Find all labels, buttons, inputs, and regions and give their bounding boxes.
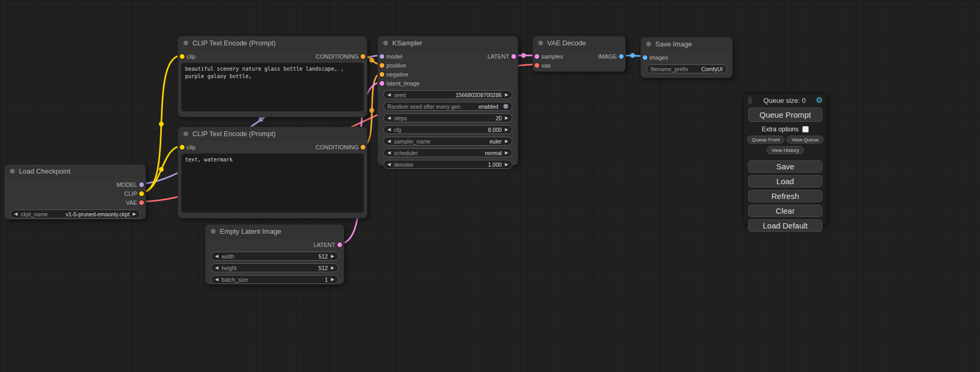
input-port-clip[interactable]: [180, 54, 185, 59]
denoise-widget[interactable]: ◀ denoise 1.000 ▶: [383, 160, 512, 169]
increment-arrow-icon[interactable]: ▶: [505, 139, 508, 144]
filename-prefix-widget[interactable]: filename_prefix ComfyUI: [646, 64, 727, 73]
decrement-arrow-icon[interactable]: ◀: [387, 163, 391, 167]
toggle-on-indicator[interactable]: [503, 104, 508, 109]
queue-size-label: Queue size: 0: [755, 97, 814, 104]
decrement-arrow-icon[interactable]: ◀: [387, 128, 391, 132]
view-history-button[interactable]: View History: [766, 146, 804, 154]
node-collapse-dot[interactable]: [183, 131, 188, 136]
refresh-button[interactable]: Refresh: [748, 190, 822, 202]
node-title-bar[interactable]: Empty Latent Image: [206, 225, 344, 238]
increment-arrow-icon[interactable]: ▶: [331, 266, 334, 270]
output-port-vae[interactable]: [139, 200, 144, 205]
settings-gear-icon[interactable]: ⚙: [816, 96, 823, 105]
node-title-bar[interactable]: KSampler: [378, 36, 518, 50]
input-port-model[interactable]: [380, 54, 384, 59]
steps-widget[interactable]: ◀ steps 20 ▶: [383, 113, 512, 122]
node-ksampler[interactable]: KSampler model LATENT positive negative …: [377, 36, 518, 166]
decrement-arrow-icon[interactable]: ◀: [387, 151, 391, 155]
node-title-bar[interactable]: Save Image: [641, 37, 732, 51]
input-port-positive[interactable]: [380, 63, 384, 68]
output-port-clip[interactable]: [139, 191, 144, 196]
node-collapse-dot[interactable]: [383, 41, 388, 45]
decrement-arrow-icon[interactable]: ◀: [14, 212, 17, 216]
prompt-textarea[interactable]: text, watermark: [181, 154, 364, 213]
queue-front-button[interactable]: Queue Front: [747, 136, 784, 144]
increment-arrow-icon[interactable]: ▶: [505, 93, 508, 97]
clear-button[interactable]: Clear: [748, 205, 822, 217]
node-body: images filename_prefix ComfyUI: [641, 51, 732, 73]
cfg-widget[interactable]: ◀ cfg 8.000 ▶: [383, 125, 512, 134]
output-label-conditioning: CONDITIONING: [316, 53, 358, 60]
node-title-bar[interactable]: Load Checkpoint: [5, 165, 145, 178]
input-port-samples[interactable]: [535, 54, 539, 59]
input-port-negative[interactable]: [380, 72, 384, 77]
scheduler-widget[interactable]: ◀ scheduler normal ▶: [383, 148, 512, 157]
height-widget[interactable]: ◀ height 512 ▶: [211, 263, 338, 272]
increment-arrow-icon[interactable]: ▶: [331, 278, 334, 282]
input-port-latent-image[interactable]: [380, 81, 384, 85]
queue-prompt-button[interactable]: Queue Prompt: [748, 108, 822, 122]
node-title-bar[interactable]: CLIP Text Encode (Prompt): [178, 127, 367, 140]
input-port-vae[interactable]: [535, 63, 539, 68]
output-port-model[interactable]: [139, 182, 144, 187]
output-port-conditioning[interactable]: [361, 54, 365, 59]
node-load-checkpoint[interactable]: Load Checkpoint MODEL CLIP VAE ◀ ckpt_na…: [4, 164, 146, 220]
extra-options-checkbox[interactable]: [802, 126, 809, 132]
ckpt-name-widget[interactable]: ◀ ckpt_name v1-5-pruned-emaonly.ckpt ▶: [10, 209, 140, 218]
node-title-bar[interactable]: VAE Decode: [533, 36, 625, 50]
output-port-latent[interactable]: [511, 54, 516, 59]
load-default-button[interactable]: Load Default: [748, 220, 822, 232]
node-clip-text-encode-positive[interactable]: CLIP Text Encode (Prompt) clip CONDITION…: [178, 36, 367, 117]
decrement-arrow-icon[interactable]: ◀: [387, 139, 391, 144]
decrement-arrow-icon[interactable]: ◀: [215, 254, 218, 259]
decrement-arrow-icon[interactable]: ◀: [387, 93, 391, 97]
graph-canvas[interactable]: Load Checkpoint MODEL CLIP VAE ◀ ckpt_na…: [0, 0, 980, 372]
input-port-clip[interactable]: [180, 145, 185, 149]
drag-handle-icon[interactable]: ⣿: [748, 97, 752, 104]
node-collapse-dot[interactable]: [211, 229, 216, 234]
seed-widget[interactable]: ◀ seed 156680208700286 ▶: [383, 90, 512, 99]
history-button-row: View History: [744, 146, 827, 154]
node-save-image[interactable]: Save Image images filename_prefix ComfyU…: [641, 37, 733, 78]
node-body: model LATENT positive negative latent_im…: [378, 50, 518, 169]
view-queue-button[interactable]: View Queue: [787, 136, 823, 144]
width-widget[interactable]: ◀ width 512 ▶: [211, 252, 338, 261]
node-collapse-dot[interactable]: [10, 169, 15, 174]
increment-arrow-icon[interactable]: ▶: [505, 163, 508, 167]
random-seed-toggle[interactable]: Random seed after every gen enabled: [383, 102, 512, 111]
output-port-image[interactable]: [619, 54, 624, 59]
node-title-bar[interactable]: CLIP Text Encode (Prompt): [178, 36, 367, 50]
output-label-model: MODEL: [117, 182, 137, 188]
output-label-latent: LATENT: [488, 53, 509, 60]
input-port-images[interactable]: [643, 55, 647, 60]
sampler-name-widget[interactable]: ◀ sampler_name euler ▶: [383, 137, 512, 146]
node-clip-text-encode-negative[interactable]: CLIP Text Encode (Prompt) clip CONDITION…: [178, 127, 367, 218]
increment-arrow-icon[interactable]: ▶: [505, 151, 508, 155]
increment-arrow-icon[interactable]: ▶: [505, 116, 508, 120]
decrement-arrow-icon[interactable]: ◀: [215, 278, 218, 282]
node-collapse-dot[interactable]: [538, 41, 543, 45]
spacer: [744, 154, 827, 158]
batch-size-widget[interactable]: ◀ batch_size 1 ▶: [211, 275, 338, 284]
load-button[interactable]: Load: [748, 175, 822, 187]
save-button[interactable]: Save: [748, 160, 822, 173]
node-vae-decode[interactable]: VAE Decode samples IMAGE vae: [532, 36, 626, 72]
node-title: VAE Decode: [547, 39, 586, 47]
decrement-arrow-icon[interactable]: ◀: [387, 116, 391, 120]
node-collapse-dot[interactable]: [646, 42, 651, 46]
input-label-images: images: [649, 54, 668, 61]
increment-arrow-icon[interactable]: ▶: [133, 212, 136, 216]
node-empty-latent-image[interactable]: Empty Latent Image LATENT ◀ width 512 ▶ …: [205, 224, 344, 284]
widget-label: sampler_name: [394, 138, 430, 145]
output-port-latent[interactable]: [337, 242, 342, 247]
wire-midpoint-dot: [159, 167, 164, 172]
increment-arrow-icon[interactable]: ▶: [331, 254, 334, 259]
prompt-textarea[interactable]: beautiful scenery nature glass bottle la…: [181, 63, 364, 111]
output-port-conditioning[interactable]: [361, 145, 365, 149]
increment-arrow-icon[interactable]: ▶: [505, 128, 508, 132]
node-collapse-dot[interactable]: [183, 41, 188, 45]
decrement-arrow-icon[interactable]: ◀: [215, 266, 218, 270]
input-label-negative: negative: [386, 71, 409, 78]
widget-label: batch_size: [221, 276, 248, 283]
